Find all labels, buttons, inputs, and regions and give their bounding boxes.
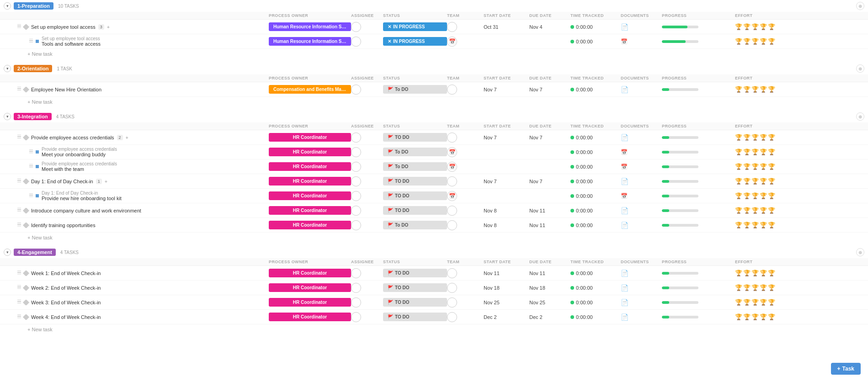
team-avatar[interactable]: 📅	[447, 147, 457, 157]
add-subtask-button[interactable]: +	[105, 179, 107, 184]
assignee-avatar[interactable]	[351, 206, 361, 216]
subtask-label[interactable]: Meet your onboarding buddy	[42, 152, 117, 157]
team-avatar[interactable]	[447, 206, 457, 216]
status-badge[interactable]: 🚩 TO DO	[383, 206, 447, 215]
document-icon[interactable]: 📄	[621, 284, 628, 292]
section-toggle[interactable]: ▾	[4, 2, 11, 10]
add-subtask-button[interactable]: +	[107, 24, 110, 30]
task-label[interactable]: Week 3: End of Week Check-in	[31, 300, 101, 305]
section-badge[interactable]: 4-Engagement	[14, 249, 56, 256]
subtask-label[interactable]: Meet with the team	[42, 166, 117, 172]
team-avatar[interactable]: 📅	[447, 162, 457, 172]
team-avatar[interactable]: 📅	[447, 191, 457, 201]
document-icon[interactable]: 📄	[621, 313, 628, 321]
process-owner-pill[interactable]: HR Coordinator	[269, 313, 351, 321]
drag-handle[interactable]	[17, 285, 21, 291]
assignee-avatar[interactable]	[351, 22, 361, 32]
task-label[interactable]: Week 4: End of Week Check-in	[31, 314, 101, 320]
status-badge[interactable]: ✕ IN PROGRESS	[383, 22, 447, 31]
team-avatar[interactable]	[447, 283, 457, 293]
team-avatar[interactable]	[447, 85, 457, 95]
status-badge[interactable]: 🚩 TO DO	[383, 269, 447, 277]
task-label[interactable]: Employee New Hire Orientation	[31, 87, 101, 92]
assignee-avatar[interactable]	[351, 283, 361, 293]
process-owner-pill[interactable]: HR Coordinator	[269, 148, 351, 156]
assignee-avatar[interactable]	[351, 162, 361, 172]
assignee-avatar[interactable]	[351, 133, 361, 143]
document-icon[interactable]: 📄	[621, 134, 628, 141]
add-subtask-button[interactable]: +	[126, 135, 128, 140]
team-avatar[interactable]	[447, 297, 457, 308]
task-label[interactable]: Set up employee tool access	[31, 24, 96, 30]
drag-handle[interactable]	[17, 179, 21, 184]
assignee-avatar[interactable]	[351, 147, 361, 157]
process-owner-pill[interactable]: HR Coordinator	[269, 298, 351, 307]
status-badge[interactable]: 🚩 TO DO	[383, 133, 447, 142]
task-label[interactable]: Introduce company culture and work envir…	[31, 208, 141, 213]
document-icon[interactable]: 📄	[621, 178, 628, 185]
team-avatar[interactable]	[447, 268, 457, 278]
section-toggle[interactable]: ▾	[4, 249, 11, 256]
process-owner-pill[interactable]: HR Coordinator	[269, 221, 351, 229]
assignee-avatar[interactable]	[351, 312, 361, 322]
process-owner-pill[interactable]: Human Resource Information Specialist	[269, 37, 351, 46]
status-badge[interactable]: 🚩 To DO	[383, 221, 447, 229]
drag-handle[interactable]	[29, 149, 33, 155]
assignee-avatar[interactable]	[351, 37, 361, 47]
task-label[interactable]: Provide employee access credentials	[31, 135, 114, 140]
drag-handle[interactable]	[29, 39, 33, 44]
status-badge[interactable]: 🚩 TO DO	[383, 283, 447, 292]
assignee-avatar[interactable]	[351, 268, 361, 278]
process-owner-pill[interactable]: HR Coordinator	[269, 191, 351, 200]
status-badge[interactable]: ✕ IN PROGRESS	[383, 37, 447, 46]
drag-handle[interactable]	[17, 314, 21, 320]
process-owner-pill[interactable]: Human Resource Information Specialist	[269, 22, 351, 31]
section-settings-icon[interactable]: ⊕	[856, 2, 864, 10]
drag-handle[interactable]	[29, 193, 33, 199]
assignee-avatar[interactable]	[351, 297, 361, 308]
team-avatar[interactable]	[447, 176, 457, 186]
team-avatar[interactable]	[447, 312, 457, 322]
assignee-avatar[interactable]	[351, 85, 361, 95]
drag-handle[interactable]	[29, 164, 33, 170]
section-settings-icon[interactable]: ⊕	[856, 112, 864, 121]
drag-handle[interactable]	[17, 300, 21, 305]
process-owner-pill[interactable]: HR Coordinator	[269, 133, 351, 142]
add-task-button[interactable]: + Task	[831, 363, 861, 375]
process-owner-pill[interactable]: HR Coordinator	[269, 177, 351, 186]
task-label[interactable]: Week 2: End of Week Check-in	[31, 285, 101, 291]
drag-handle[interactable]	[17, 208, 21, 213]
process-owner-pill[interactable]: HR Coordinator	[269, 283, 351, 292]
section-badge[interactable]: 2-Orientation	[14, 65, 52, 72]
team-avatar[interactable]: 📅	[447, 37, 457, 47]
document-icon[interactable]: 📄	[621, 270, 628, 277]
status-badge[interactable]: 🚩 TO DO	[383, 191, 447, 200]
team-avatar[interactable]	[447, 133, 457, 143]
process-owner-pill[interactable]: Compensation and Benefits Manager	[269, 85, 351, 94]
subtask-label[interactable]: Provide new hire onboarding tool kit	[42, 196, 122, 201]
subtask-label[interactable]: Tools and software access	[42, 41, 101, 47]
assignee-avatar[interactable]	[351, 220, 361, 230]
document-icon[interactable]: 📄	[621, 23, 628, 31]
task-label[interactable]: Week 1: End of Week Check-in	[31, 271, 101, 276]
assignee-avatar[interactable]	[351, 176, 361, 186]
drag-handle[interactable]	[17, 87, 21, 92]
drag-handle[interactable]	[17, 271, 21, 276]
section-badge[interactable]: 1-Preparation	[14, 2, 53, 10]
new-task-row[interactable]: + New task	[0, 49, 868, 59]
drag-handle[interactable]	[17, 223, 21, 228]
document-icon[interactable]: 📄	[621, 222, 628, 229]
document-icon[interactable]: 📄	[621, 207, 628, 214]
new-task-row[interactable]: + New task	[0, 324, 868, 334]
process-owner-pill[interactable]: HR Coordinator	[269, 206, 351, 215]
new-task-row[interactable]: + New task	[0, 97, 868, 107]
section-settings-icon[interactable]: ⊕	[856, 64, 864, 73]
section-toggle[interactable]: ▾	[4, 113, 11, 120]
section-toggle[interactable]: ▾	[4, 65, 11, 72]
document-icon[interactable]: 📄	[621, 299, 628, 306]
process-owner-pill[interactable]: HR Coordinator	[269, 269, 351, 277]
status-badge[interactable]: 🚩 TO DO	[383, 313, 447, 321]
task-label[interactable]: Day 1: End of Day Check-in	[31, 179, 93, 184]
status-badge[interactable]: 🚩 To DO	[383, 85, 447, 94]
section-settings-icon[interactable]: ⊕	[856, 248, 864, 256]
